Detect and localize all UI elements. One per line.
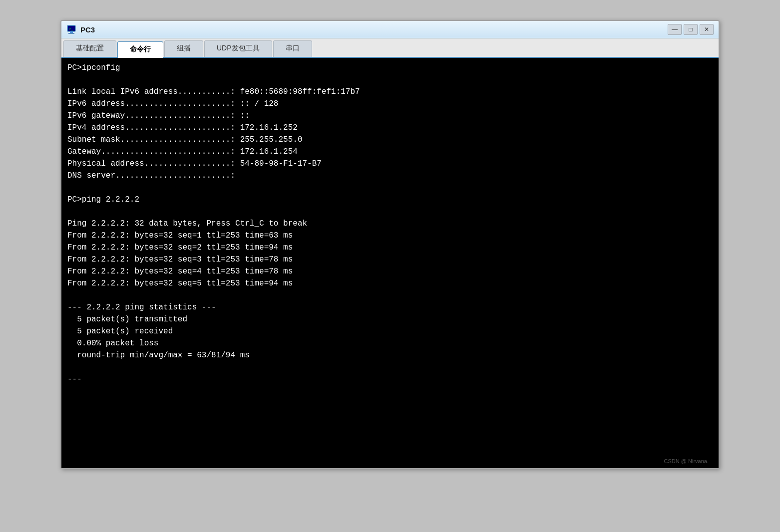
tabs-bar: 基础配置 命令行 组播 UDP发包工具 串口 — [61, 38, 719, 58]
window-icon: >_ — [66, 24, 76, 34]
svg-rect-2 — [68, 33, 74, 34]
close-button[interactable]: ✕ — [700, 24, 714, 35]
tab-basic-config[interactable]: 基础配置 — [63, 40, 116, 57]
title-buttons: — □ ✕ — [668, 24, 714, 35]
window-title: PC3 — [80, 25, 95, 34]
svg-text:>_: >_ — [69, 27, 73, 31]
main-window: >_ PC3 — □ ✕ 基础配置 命令行 组播 UDP发包工具 串口 PC>i… — [60, 20, 720, 469]
watermark: CSDN @ Nirvana. — [664, 458, 709, 464]
maximize-button[interactable]: □ — [684, 24, 698, 35]
tab-multicast[interactable]: 组播 — [164, 40, 203, 57]
tab-serial[interactable]: 串口 — [273, 40, 312, 57]
tab-udp-tool[interactable]: UDP发包工具 — [204, 40, 272, 57]
title-bar: >_ PC3 — □ ✕ — [61, 21, 719, 38]
minimize-button[interactable]: — — [668, 24, 682, 35]
svg-rect-1 — [70, 31, 73, 33]
tab-command-line[interactable]: 命令行 — [117, 41, 163, 58]
terminal-output: PC>ipconfig Link local IPv6 address.....… — [67, 62, 713, 385]
title-left: >_ PC3 — [66, 24, 95, 34]
terminal-area[interactable]: PC>ipconfig Link local IPv6 address.....… — [61, 58, 719, 468]
